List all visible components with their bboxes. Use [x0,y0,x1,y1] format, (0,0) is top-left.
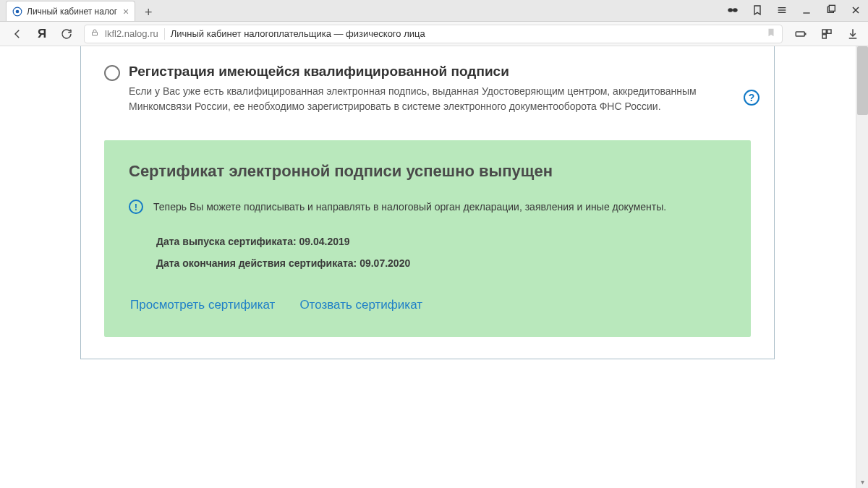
url-host: lkfl2.nalog.ru [105,28,158,39]
window-maximize-icon[interactable] [819,0,843,20]
extension-icon[interactable] [819,26,835,42]
success-info-text: Теперь Вы можете подписывать и направлят… [153,201,666,213]
scrollbar-track[interactable]: ▾ [856,46,868,488]
download-icon[interactable] [845,26,861,42]
scroll-down-arrow[interactable]: ▾ [856,476,868,488]
success-panel: Сертификат электронной подписи успешно в… [104,140,751,337]
svg-rect-16 [827,30,831,33]
url-separator [164,28,165,40]
scrollbar-thumb[interactable] [857,46,868,115]
bookmark-flag-icon[interactable] [745,0,770,20]
url-input[interactable]: lkfl2.nalog.ru Личный кабинет налогоплат… [84,25,783,43]
svg-point-2 [728,8,733,12]
viewport: Регистрация имеющейся квалифицированной … [0,46,868,488]
window-controls [720,0,868,21]
url-page-title: Личный кабинет налогоплательщика — физич… [171,28,425,39]
lock-icon [90,28,99,39]
svg-point-3 [733,8,738,12]
view-certificate-link[interactable]: Просмотреть сертификат [130,298,275,312]
browser-tabs: Личный кабинет налог × + [0,0,868,22]
svg-rect-17 [822,34,826,38]
browser-tab[interactable]: Личный кабинет налог × [6,1,135,21]
svg-rect-12 [93,33,98,36]
revoke-certificate-link[interactable]: Отозвать сертификат [299,298,422,312]
svg-rect-9 [829,5,835,11]
bookmark-icon[interactable] [766,27,776,40]
yandex-home-button[interactable]: Я [35,27,49,41]
new-tab-button[interactable]: + [140,4,157,21]
cert-links-row: Просмотреть сертификат Отозвать сертифик… [130,298,726,312]
menu-icon[interactable] [770,0,794,20]
address-bar: Я lkfl2.nalog.ru Личный кабинет налогопл… [0,22,868,46]
help-icon[interactable]: ? [744,90,760,106]
tab-title: Личный кабинет налог [27,7,117,17]
option-description: Если у Вас уже есть квалифицированная эл… [129,84,751,114]
signature-option-row: Регистрация имеющейся квалифицированной … [104,64,751,114]
radio-button[interactable] [104,65,120,81]
reader-mode-icon[interactable] [720,0,745,20]
battery-icon[interactable] [793,26,809,42]
window-minimize-icon[interactable] [794,0,819,20]
svg-rect-13 [796,32,804,36]
tab-close-icon[interactable]: × [123,6,129,17]
back-button[interactable] [10,27,25,41]
issue-date-line: Дата выпуска сертификата: 09.04.2019 [156,236,726,247]
svg-rect-15 [822,30,826,33]
success-title: Сертификат электронной подписи успешно в… [129,162,726,181]
reload-button[interactable] [59,27,74,41]
window-close-icon[interactable] [843,0,868,20]
expiry-date-line: Дата окончания действия сертификата: 09.… [156,257,726,269]
option-title: Регистрация имеющейся квалифицированной … [129,64,751,80]
tab-favicon [12,7,22,17]
success-info-row: ! Теперь Вы можете подписывать и направл… [129,200,726,214]
svg-point-1 [16,9,20,13]
info-icon: ! [129,200,143,214]
content-card: Регистрация имеющейся квалифицированной … [80,46,775,359]
